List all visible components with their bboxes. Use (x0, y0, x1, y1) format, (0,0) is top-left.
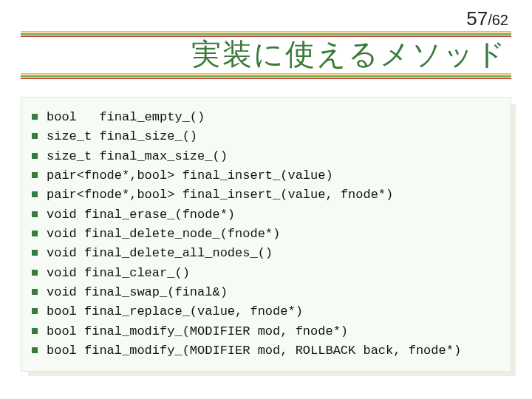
list-item: void final_delete_node_(fnode*) (32, 225, 497, 244)
method-signature: pair<fnode*,bool> final_insert_(value) (47, 166, 333, 185)
bullet-icon (32, 191, 38, 197)
bullet-icon (32, 347, 38, 353)
method-signature: void final_erase_(fnode*) (47, 205, 235, 225)
list-item: void final_clear_() (32, 264, 497, 283)
bullet-icon (32, 153, 38, 159)
list-item: size_t final_max_size_() (32, 147, 497, 166)
method-signature: bool final_modify_(MODIFIER mod, fnode*) (47, 322, 348, 341)
list-item: size_t final_size_() (32, 127, 497, 146)
method-signature: size_t final_max_size_() (47, 147, 228, 166)
page-counter: 57/62 (466, 7, 508, 30)
bullet-icon (32, 231, 38, 236)
content-box: bool final_empty_() size_t final_size_()… (21, 97, 511, 372)
page-current: 57 (466, 7, 488, 30)
rule-red (21, 78, 511, 79)
bullet-icon (32, 211, 38, 217)
method-signature: bool final_modify_(MODIFIER mod, ROLLBAC… (47, 341, 461, 361)
method-list: bool final_empty_() size_t final_size_()… (32, 108, 497, 361)
method-list-panel: bool final_empty_() size_t final_size_()… (21, 97, 511, 372)
rule-green (21, 75, 511, 77)
bullet-icon (32, 289, 38, 295)
bullet-icon (32, 172, 38, 178)
list-item: bool final_modify_(MODIFIER mod, ROLLBAC… (32, 341, 497, 361)
bullet-icon (32, 133, 38, 139)
list-item: bool final_modify_(MODIFIER mod, fnode*) (32, 322, 497, 341)
bullet-icon (32, 328, 38, 334)
method-signature: void final_swap_(final&) (47, 283, 228, 302)
page-total: 62 (492, 12, 508, 28)
list-item: void final_erase_(fnode*) (32, 205, 497, 225)
method-signature: void final_delete_node_(fnode*) (47, 225, 280, 244)
list-item: pair<fnode*,bool> final_insert_(value, f… (32, 185, 497, 205)
bullet-icon (32, 114, 38, 120)
method-signature: pair<fnode*,bool> final_insert_(value, f… (47, 185, 393, 205)
slide-title: 実装に使えるメソッド (21, 34, 511, 75)
bullet-icon (32, 250, 38, 256)
method-signature: size_t final_size_() (47, 127, 197, 146)
list-item: bool final_empty_() (32, 108, 497, 127)
method-signature: bool final_empty_() (47, 108, 205, 127)
list-item: void final_swap_(final&) (32, 283, 497, 302)
title-block: 実装に使えるメソッド (21, 31, 511, 81)
method-signature: void final_delete_all_nodes_() (47, 244, 273, 263)
list-item: void final_delete_all_nodes_() (32, 244, 497, 263)
method-signature: void final_clear_() (47, 264, 190, 283)
list-item: pair<fnode*,bool> final_insert_(value) (32, 166, 497, 185)
slide: 57/62 実装に使えるメソッド bool final_empty_() siz… (0, 0, 532, 399)
method-signature: bool final_replace_(value, fnode*) (47, 302, 303, 321)
rule-yellow (21, 31, 511, 33)
bullet-icon (32, 308, 38, 314)
list-item: bool final_replace_(value, fnode*) (32, 302, 497, 321)
bullet-icon (32, 270, 38, 276)
